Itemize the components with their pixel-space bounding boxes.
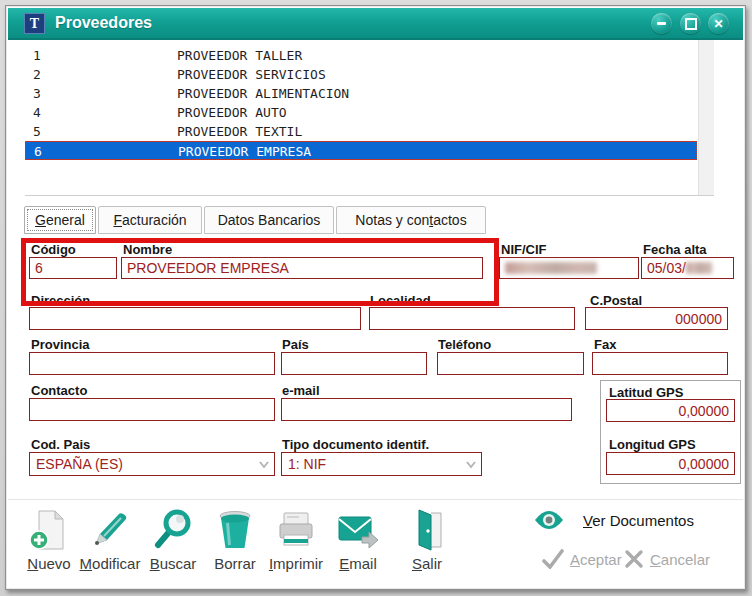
close-button[interactable]: ✕ — [708, 13, 729, 34]
row-name: PROVEEDOR EMPRESA — [178, 142, 311, 161]
buscar-label: Buscar — [150, 555, 197, 572]
check-icon — [542, 549, 564, 569]
list-item[interactable]: 4 PROVEEDOR AUTO — [25, 103, 697, 122]
cancelar-button[interactable]: Cancelar — [624, 549, 710, 569]
fax-label: Fax — [594, 337, 616, 352]
tab-general[interactable]: General — [24, 206, 96, 234]
modificar-label: Modificar — [80, 555, 141, 572]
imprimir-label: Imprimir — [269, 555, 323, 572]
list-scrollbar[interactable] — [698, 40, 714, 195]
localidad-label: Localidad — [370, 293, 431, 308]
list-item[interactable]: 3 PROVEEDOR ALIMENTACION — [25, 84, 697, 103]
printer-icon — [274, 508, 318, 552]
list-item[interactable]: 2 PROVEEDOR SERVICIOS — [25, 65, 697, 84]
aceptar-label: Aceptar — [570, 551, 622, 568]
nuevo-label: Nuevo — [27, 555, 70, 572]
cod-pais-value: ESPAÑA (ES) — [36, 456, 123, 472]
tipo-doc-value: 1: NIF — [288, 456, 326, 472]
localidad-input[interactable] — [369, 307, 575, 330]
window-title: Proveedores — [55, 14, 152, 32]
close-icon: ✕ — [713, 17, 723, 31]
row-number: 5 — [33, 122, 41, 141]
door-icon — [405, 508, 449, 552]
row-number: 3 — [33, 84, 41, 103]
tipo-doc-select[interactable]: 1: NIF — [281, 452, 482, 476]
email-label: Email — [339, 555, 377, 572]
list-item-selected[interactable]: 6 PROVEEDOR EMPRESA — [25, 141, 697, 160]
provincia-label: Provincia — [31, 337, 90, 352]
latitud-input[interactable] — [606, 399, 735, 422]
nif-label: NIF/CIF — [501, 242, 547, 257]
maximize-icon — [685, 18, 697, 30]
pen-icon — [88, 508, 132, 552]
row-name: PROVEEDOR SERVICIOS — [177, 65, 326, 84]
row-number: 2 — [33, 65, 41, 84]
title-bar[interactable]: T Proveedores ✕ — [8, 8, 743, 40]
cancelar-label: Cancelar — [650, 551, 710, 568]
toolbar-separator — [8, 499, 743, 500]
list-item[interactable]: 5 PROVEEDOR TEXTIL — [25, 122, 697, 141]
ver-documentos-button[interactable]: Ver Documentos — [533, 509, 694, 531]
tab-bar: General Facturación Datos Bancarios Nota… — [24, 206, 488, 234]
nombre-label: Nombre — [123, 242, 172, 257]
minimize-button[interactable] — [651, 13, 672, 34]
modificar-button[interactable]: Modificar — [70, 508, 150, 584]
cod-pais-select[interactable]: ESPAÑA (ES) — [29, 452, 275, 476]
direccion-input[interactable] — [29, 307, 361, 330]
longitud-input[interactable] — [606, 452, 735, 475]
latitud-label: Latitud GPS — [609, 385, 683, 400]
maximize-button[interactable] — [680, 13, 701, 34]
new-document-icon — [27, 508, 71, 552]
redacted-year — [686, 262, 712, 274]
eye-icon — [533, 509, 565, 531]
direccion-label: Dirección — [31, 293, 90, 308]
list-item[interactable]: 1 PROVEEDOR TALLER — [25, 46, 697, 65]
x-icon — [624, 549, 644, 569]
fax-input[interactable] — [592, 352, 728, 375]
tipo-doc-label: Tipo documento identif. — [282, 437, 429, 452]
row-name: PROVEEDOR ALIMENTACION — [177, 84, 349, 103]
row-name: PROVEEDOR AUTO — [177, 103, 287, 122]
provider-list: 1 PROVEEDOR TALLER 2 PROVEEDOR SERVICIOS… — [25, 40, 714, 196]
app-icon: T — [24, 13, 45, 34]
email-label: e-mail — [282, 383, 320, 398]
row-number: 1 — [33, 46, 41, 65]
nombre-input[interactable] — [121, 257, 483, 279]
imprimir-button[interactable]: Imprimir — [262, 508, 330, 584]
tab-datos-bancarios[interactable]: Datos Bancarios — [204, 206, 334, 234]
telefono-label: Teléfono — [438, 337, 491, 352]
contacto-label: Contacto — [31, 383, 87, 398]
fecha-alta-label: Fecha alta — [643, 242, 707, 257]
borrar-label: Borrar — [214, 555, 256, 572]
codigo-label: Código — [31, 242, 76, 257]
chevron-down-icon — [465, 458, 477, 470]
chevron-down-icon — [258, 458, 270, 470]
pais-input[interactable] — [281, 352, 427, 375]
envelope-icon — [336, 508, 380, 552]
ver-documentos-label: Ver Documentos — [583, 512, 694, 529]
provincia-input[interactable] — [29, 352, 275, 375]
contacto-input[interactable] — [29, 398, 275, 421]
proveedores-window: T Proveedores ✕ 1 PROVEEDOR TALLER 2 PRO… — [5, 5, 746, 590]
pais-label: País — [282, 337, 309, 352]
aceptar-button[interactable]: Aceptar — [542, 549, 622, 569]
magnifier-icon — [151, 508, 195, 552]
salir-button[interactable]: Salir — [401, 508, 453, 584]
tab-notas-contactos[interactable]: Notas y contactos — [336, 206, 486, 234]
telefono-input[interactable] — [437, 352, 584, 375]
fecha-alta-input[interactable]: 05/03/ — [641, 257, 734, 279]
email-input[interactable] — [281, 398, 572, 421]
buscar-button[interactable]: Buscar — [142, 508, 204, 584]
nif-input[interactable] — [499, 257, 639, 279]
codigo-input[interactable] — [29, 257, 117, 279]
borrar-button[interactable]: Borrar — [206, 508, 264, 584]
row-name: PROVEEDOR TALLER — [177, 46, 302, 65]
salir-label: Salir — [412, 555, 442, 572]
minimize-icon — [657, 22, 666, 25]
trash-icon — [213, 508, 257, 552]
cpostal-input[interactable] — [585, 307, 728, 330]
row-number: 4 — [33, 103, 41, 122]
tab-facturacion[interactable]: Facturación — [98, 206, 202, 234]
row-name: PROVEEDOR TEXTIL — [177, 122, 302, 141]
email-button[interactable]: Email — [331, 508, 385, 584]
